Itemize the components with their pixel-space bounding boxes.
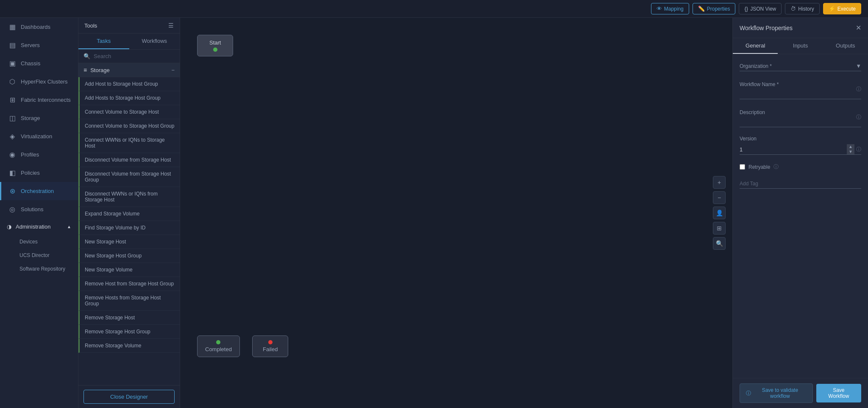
canvas-toolbar: + − 👤 ⊞ 🔍	[713, 176, 726, 250]
storage-item-8[interactable]: Expand Storage Volume	[78, 207, 180, 221]
workflow-name-info-icon: ⓘ	[856, 86, 861, 93]
mapping-button[interactable]: 👁 Mapping	[651, 3, 689, 14]
solutions-icon: ◎	[8, 205, 17, 213]
storage-item-2[interactable]: Connect Volume to Storage Host	[78, 105, 180, 119]
start-node-label: Start	[209, 39, 221, 46]
storage-item-15[interactable]: Remove Storage Host	[78, 311, 180, 325]
sidebar-item-fabric[interactable]: ⊞ Fabric Interconnects	[0, 91, 78, 109]
search-tool-button[interactable]: 🔍	[713, 237, 726, 250]
tools-search-bar[interactable]: 🔍	[78, 50, 180, 63]
storage-item-3[interactable]: Connect Volume to Storage Host Group	[78, 119, 180, 133]
description-info-icon: ⓘ	[856, 114, 861, 121]
description-field: Description ⓘ	[740, 108, 861, 127]
grid-tool-button[interactable]: ⊞	[713, 222, 726, 235]
sidebar-item-profiles[interactable]: ◉ Profiles	[0, 145, 78, 164]
main-layout: ▦ Dashboards ▤ Servers ▣ Chassis ⬡ Hyper…	[0, 18, 868, 408]
version-label: Version	[740, 136, 861, 142]
storage-item-4[interactable]: Connect WWNs or IQNs to Storage Host	[78, 133, 180, 153]
retryable-checkbox[interactable]	[740, 164, 745, 170]
execute-button[interactable]: ⚡ Execute	[823, 3, 861, 14]
sidebar-item-policies[interactable]: ◧ Policies	[0, 164, 78, 182]
description-input[interactable]	[740, 115, 856, 125]
sidebar-item-devices[interactable]: Devices	[0, 235, 78, 249]
tools-menu-icon[interactable]: ☰	[168, 22, 174, 29]
version-increment-button[interactable]: ▲	[847, 144, 854, 149]
version-decrement-button[interactable]: ▼	[847, 149, 854, 154]
canvas-area[interactable]: Start Completed Failed + − 👤 ⊞	[180, 18, 732, 408]
chassis-icon: ▣	[8, 59, 17, 67]
virtualization-icon: ◈	[8, 132, 17, 140]
prop-tab-outputs[interactable]: Outputs	[823, 38, 868, 54]
sidebar-item-dashboards[interactable]: ▦ Dashboards	[0, 18, 78, 36]
sidebar-item-chassis[interactable]: ▣ Chassis	[0, 54, 78, 73]
chevron-up-icon: ▲	[67, 224, 71, 229]
top-bar: 👁 Mapping ✏️ Properties {} JSON View ⏱ H…	[0, 0, 868, 18]
minus-icon: −	[718, 194, 721, 201]
start-node[interactable]: Start	[197, 35, 233, 56]
storage-section-header[interactable]: ≡ Storage −	[78, 63, 180, 77]
storage-item-13[interactable]: Remove Host from Storage Host Group	[78, 277, 180, 291]
prop-tab-inputs[interactable]: Inputs	[778, 38, 823, 54]
save-workflow-button[interactable]: Save Workflow	[816, 384, 861, 402]
sidebar-item-solutions[interactable]: ◎ Solutions	[0, 200, 78, 218]
person-icon: 👤	[716, 210, 723, 216]
add-tag-field[interactable]: Add Tag	[740, 179, 861, 189]
sidebar-item-ucs-director[interactable]: UCS Director	[0, 249, 78, 262]
prop-close-button[interactable]: ✕	[856, 24, 861, 32]
search-canvas-icon: 🔍	[716, 240, 723, 247]
workflow-name-input[interactable]	[740, 87, 856, 97]
version-input[interactable]	[740, 145, 845, 154]
storage-item-16[interactable]: Remove Storage Host Group	[78, 325, 180, 339]
prop-tab-general[interactable]: General	[733, 38, 778, 54]
storage-item-14[interactable]: Remove Hosts from Storage Host Group	[78, 291, 180, 311]
retryable-field: Retryable ⓘ	[740, 163, 861, 170]
storage-icon: ◫	[8, 114, 17, 122]
tab-workflows[interactable]: Workflows	[129, 34, 180, 49]
storage-item-9[interactable]: Find Storage Volume by ID	[78, 221, 180, 235]
history-button[interactable]: ⏱ History	[785, 3, 819, 14]
version-stepper: ▲ ▼	[847, 144, 854, 154]
sidebar-item-orchestration[interactable]: ⊛ Orchestration	[0, 182, 78, 200]
description-label: Description	[740, 109, 856, 115]
tab-tasks[interactable]: Tasks	[78, 34, 129, 49]
close-designer-button[interactable]: Close Designer	[83, 390, 175, 404]
json-view-button[interactable]: {} JSON View	[739, 3, 782, 14]
prop-body: Organization * ▼ Workflow Name * ⓘ	[733, 54, 868, 378]
storage-item-17[interactable]: Remove Storage Volume	[78, 339, 180, 353]
storage-item-7[interactable]: Disconnect WWNs or IQNs from Storage Hos…	[78, 187, 180, 207]
person-tool-button[interactable]: 👤	[713, 207, 726, 219]
storage-item-11[interactable]: New Storage Host Group	[78, 249, 180, 263]
search-input[interactable]	[94, 53, 175, 59]
collapse-icon[interactable]: −	[171, 67, 175, 73]
sidebar-item-servers[interactable]: ▤ Servers	[0, 36, 78, 54]
sidebar-item-administration[interactable]: ◑ Administration ▲	[0, 218, 78, 235]
zoom-in-button[interactable]: +	[713, 176, 726, 189]
storage-item-1[interactable]: Add Hosts to Storage Host Group	[78, 91, 180, 105]
storage-item-0[interactable]: Add Host to Storage Host Group	[78, 77, 180, 91]
chevron-down-icon: ▼	[856, 63, 861, 69]
version-input-row: ▲ ▼ ⓘ	[740, 144, 861, 155]
completed-node[interactable]: Completed	[197, 335, 240, 357]
sidebar-item-software-repository[interactable]: Software Repository	[0, 262, 78, 276]
storage-item-10[interactable]: New Storage Host	[78, 235, 180, 249]
storage-item-12[interactable]: New Storage Volume	[78, 263, 180, 277]
prop-header: Workflow Properties ✕	[733, 18, 868, 38]
sidebar-item-virtualization[interactable]: ◈ Virtualization	[0, 127, 78, 145]
storage-item-6[interactable]: Disconnect Volume from Storage Host Grou…	[78, 167, 180, 187]
properties-button[interactable]: ✏️ Properties	[693, 3, 736, 14]
prop-tabs: General Inputs Outputs	[733, 38, 868, 54]
sidebar-item-hyperflex[interactable]: ⬡ HyperFlex Clusters	[0, 73, 78, 91]
workflow-properties-panel: Workflow Properties ✕ General Inputs Out…	[732, 18, 868, 408]
validate-button[interactable]: ⓘ Save to validate workflow	[740, 383, 813, 403]
failed-node[interactable]: Failed	[252, 335, 288, 357]
storage-section-icon: ≡	[83, 67, 87, 73]
zoom-out-button[interactable]: −	[713, 191, 726, 204]
sidebar-item-storage[interactable]: ◫ Storage	[0, 109, 78, 127]
fabric-icon: ⊞	[8, 96, 17, 104]
policies-icon: ◧	[8, 169, 17, 177]
storage-item-5[interactable]: Disconnect Volume from Storage Host	[78, 153, 180, 167]
organization-select[interactable]: Organization * ▼	[740, 61, 861, 71]
prop-title: Workflow Properties	[740, 25, 793, 31]
pencil-icon: ✏️	[698, 6, 705, 12]
orchestration-icon: ⊛	[8, 187, 17, 195]
